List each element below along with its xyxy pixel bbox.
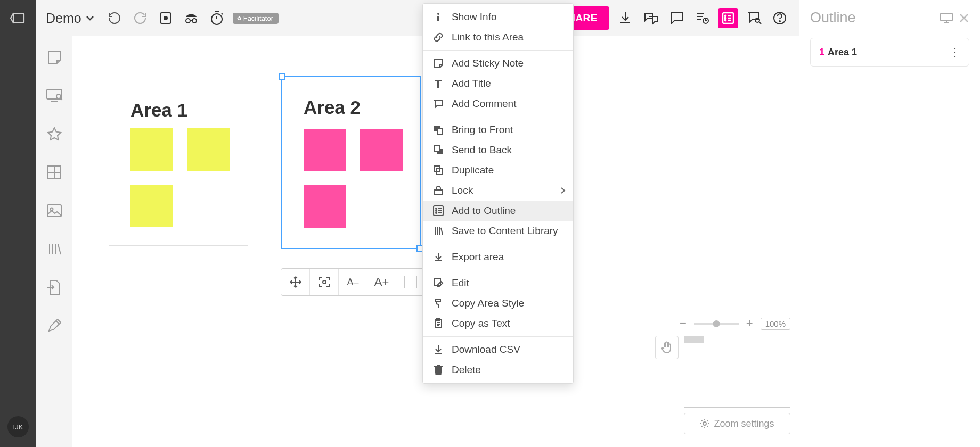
close-outline-button[interactable] (959, 13, 969, 23)
outline-title: Outline (810, 10, 934, 26)
private-mode-button[interactable] (182, 9, 201, 28)
ctx-add-outline[interactable]: Add to Outline (423, 201, 573, 221)
ctx-download-csv[interactable]: Download CSV (423, 340, 573, 360)
outline-item[interactable]: 1 Area 1 ⋮ (810, 38, 969, 67)
sticky-note[interactable] (130, 128, 173, 171)
fit-button[interactable] (310, 269, 339, 295)
ctx-label-duplicate: Duplicate (452, 164, 494, 176)
sticky-tool[interactable] (44, 47, 65, 68)
image-icon (46, 204, 62, 218)
present-tool[interactable] (44, 85, 65, 106)
ctx-edit[interactable]: Edit (423, 273, 573, 293)
minimap[interactable] (684, 336, 790, 408)
download-icon (432, 344, 444, 355)
svg-rect-59 (434, 279, 440, 285)
comments-button[interactable] (667, 9, 686, 28)
draw-tool[interactable] (44, 315, 65, 336)
svg-point-65 (703, 422, 706, 425)
zoom-slider-knob[interactable] (713, 320, 720, 327)
sticky-note[interactable] (304, 129, 346, 171)
back-button[interactable] (0, 0, 36, 36)
library-tool[interactable] (44, 238, 65, 260)
avatar[interactable]: IJK (7, 416, 29, 437)
sticky-note[interactable] (187, 128, 230, 171)
zoom-settings-label: Zoom settings (714, 418, 774, 429)
present-button[interactable] (940, 12, 953, 24)
ctx-lock[interactable]: Lock (423, 180, 573, 201)
sticky-note[interactable] (304, 185, 346, 228)
facilitator-badge[interactable]: Facilitator (233, 13, 279, 24)
board-title[interactable]: Demo (46, 11, 99, 26)
chat-button[interactable] (641, 9, 660, 28)
svg-point-51 (436, 210, 437, 211)
svg-line-22 (222, 13, 223, 14)
grid-tool[interactable] (44, 162, 65, 183)
redo-button[interactable] (130, 9, 150, 28)
find-button[interactable] (745, 9, 764, 28)
pan-button[interactable] (655, 336, 679, 359)
image-tool[interactable] (44, 200, 65, 221)
present-icon (940, 12, 953, 24)
swatch-icon (404, 276, 417, 288)
outline-item-menu-button[interactable]: ⋮ (950, 46, 960, 59)
area-2[interactable]: Area 2 (281, 76, 421, 249)
ctx-copy-text[interactable]: Copy as Text (423, 313, 573, 334)
move-button[interactable] (281, 269, 310, 295)
record-button[interactable] (156, 9, 175, 28)
ctx-delete[interactable]: Delete (423, 360, 573, 380)
ctx-show-info[interactable]: Show Info (423, 7, 573, 27)
link-icon (432, 31, 444, 43)
svg-point-53 (436, 212, 437, 213)
zoom-out-button[interactable]: − (680, 317, 687, 330)
gear-icon (700, 419, 709, 428)
svg-rect-47 (435, 190, 442, 195)
selection-handle-top-left[interactable] (279, 73, 285, 80)
ctx-export-area[interactable]: Export area (423, 247, 573, 267)
download-icon (619, 11, 632, 25)
duplicate-icon (432, 164, 444, 176)
zoom-settings-button[interactable]: Zoom settings (684, 413, 790, 434)
export-button[interactable] (616, 9, 635, 28)
undo-button[interactable] (105, 9, 124, 28)
trash-icon (432, 364, 444, 376)
help-button[interactable] (770, 9, 789, 28)
ctx-label-delete: Delete (452, 364, 481, 376)
ctx-duplicate[interactable]: Duplicate (423, 160, 573, 180)
incognito-icon (184, 12, 199, 24)
font-bigger-button[interactable]: A+ (368, 269, 396, 295)
import-tool[interactable] (44, 277, 65, 298)
ctx-save-library[interactable]: Save to Content Library (423, 221, 573, 241)
favorite-tool[interactable] (44, 123, 65, 145)
zoom-in-button[interactable]: + (746, 317, 753, 330)
zoom-slider[interactable] (694, 323, 739, 325)
ctx-label-copy-text: Copy as Text (452, 318, 510, 329)
sticky-note[interactable] (360, 129, 403, 171)
chevron-down-icon (86, 14, 94, 22)
find-icon (747, 11, 762, 25)
pencil-icon (47, 319, 61, 333)
ctx-add-comment[interactable]: Add Comment (423, 94, 573, 114)
ctx-bring-front[interactable]: Bring to Front (423, 120, 573, 140)
font-smaller-button[interactable]: A– (339, 269, 368, 295)
comment-icon (432, 98, 444, 110)
svg-line-13 (58, 244, 61, 254)
activity-button[interactable] (692, 9, 712, 28)
ctx-send-back[interactable]: Send to Back (423, 140, 573, 160)
redo-icon (134, 12, 146, 24)
context-menu-separator (423, 270, 573, 270)
ctx-label-link-area: Link to this Area (452, 31, 524, 43)
area-1[interactable]: Area 1 (109, 79, 248, 246)
ctx-link-area[interactable]: Link to this Area (423, 27, 573, 47)
sticky-note[interactable] (130, 185, 173, 227)
help-icon (773, 11, 787, 25)
svg-point-37 (779, 21, 780, 22)
ctx-add-title[interactable]: Add Title (423, 73, 573, 94)
ctx-copy-style[interactable]: Copy Area Style (423, 293, 573, 313)
ctx-add-sticky[interactable]: Add Sticky Note (423, 53, 573, 73)
timer-button[interactable] (207, 9, 226, 28)
outline-item-label: Area 1 (828, 47, 950, 58)
outline-toggle-button[interactable] (718, 8, 738, 28)
context-menu-separator (423, 50, 573, 51)
context-menu: Show InfoLink to this AreaAdd Sticky Not… (422, 3, 574, 384)
color-swatch-button[interactable] (396, 269, 425, 295)
